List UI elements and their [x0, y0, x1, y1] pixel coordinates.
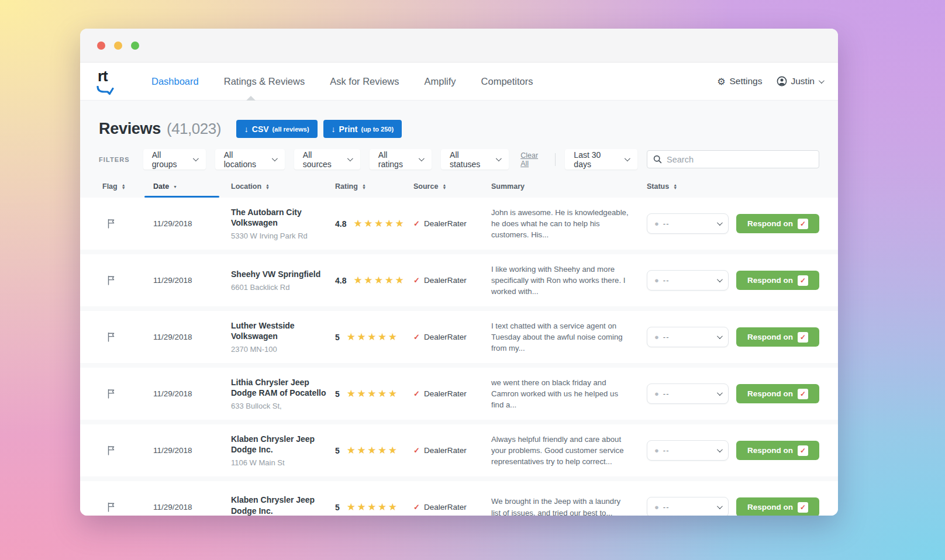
search-input[interactable]: [667, 155, 813, 164]
status-dropdown[interactable]: ● --: [647, 270, 729, 291]
user-menu[interactable]: Justin: [777, 76, 823, 87]
status-dot-icon: ●: [654, 220, 659, 227]
location-name[interactable]: Sheehy VW Springfield: [231, 269, 327, 279]
source-name: DealerRater: [424, 503, 467, 511]
status-dropdown[interactable]: ● --: [647, 440, 729, 461]
filter-all-locations[interactable]: All locations: [215, 149, 285, 170]
window-titlebar: [80, 29, 838, 63]
column-header-rating[interactable]: Rating ▲▼: [327, 177, 404, 196]
filter-all-ratings[interactable]: All ratings: [370, 149, 432, 170]
csv-button-sublabel: (all reviews): [273, 126, 309, 133]
flag-cell: [99, 502, 144, 512]
sort-desc-icon: ▼: [173, 185, 177, 188]
flag-cell: [99, 219, 144, 229]
star-rating-icons: ★★★★★: [347, 331, 399, 343]
logo-text: rt: [98, 67, 108, 85]
flag-icon: [106, 275, 116, 285]
location-address: 2370 MN-100: [231, 345, 327, 354]
flag-icon: [106, 219, 116, 229]
respond-button[interactable]: Respond on ✓: [736, 384, 819, 403]
respond-button[interactable]: Respond on ✓: [736, 271, 819, 290]
settings-label: Settings: [729, 76, 762, 87]
rating-cell: 5 ★★★★★: [327, 444, 404, 457]
column-header-flag[interactable]: Flag ▲▼: [99, 177, 144, 196]
status-dot-icon: ●: [654, 447, 659, 454]
csv-button-label: CSV: [252, 125, 269, 134]
logo-swoosh-icon: [96, 86, 116, 95]
source-name: DealerRater: [424, 446, 467, 455]
rating-cell: 5 ★★★★★: [327, 331, 404, 343]
flag-cell: [99, 332, 144, 342]
review-summary[interactable]: John is awesome. He is knowledgeable, he…: [479, 207, 637, 240]
rating-value: 5: [335, 389, 340, 399]
flag-button[interactable]: [106, 389, 116, 399]
nav-item-amplify[interactable]: Amplify: [425, 76, 456, 87]
flag-button[interactable]: [106, 219, 116, 229]
location-name[interactable]: Luther Westside Volkswagen: [231, 320, 327, 341]
desktop-background: rt Dashboard Ratings & Reviews Ask for R…: [0, 0, 945, 560]
status-dropdown[interactable]: ● --: [647, 213, 729, 234]
nav-item-ratings-reviews[interactable]: Ratings & Reviews: [224, 76, 305, 87]
status-dropdown[interactable]: ● --: [647, 497, 729, 516]
filter-label: All ratings: [378, 150, 413, 169]
location-name[interactable]: Klaben Chrysler Jeep Dodge Inc.: [231, 434, 327, 455]
respond-button[interactable]: Respond on ✓: [736, 441, 819, 460]
filter-all-sources[interactable]: All sources: [294, 149, 360, 170]
status-dropdown[interactable]: ● --: [647, 327, 729, 347]
location-name[interactable]: The Autobarn City Volkswagen: [231, 207, 327, 228]
close-window-button[interactable]: [97, 42, 105, 50]
location-name[interactable]: Klaben Chrysler Jeep Dodge Inc.: [231, 495, 327, 516]
table-row: 11/29/2018 Lithia Chrysler Jeep Dodge RA…: [80, 368, 838, 420]
location-address: 6601 Backlick Rd: [231, 283, 327, 292]
settings-button[interactable]: ⚙ Settings: [717, 76, 762, 87]
column-header-location[interactable]: Location ▲▼: [220, 177, 327, 196]
review-summary[interactable]: I text chatted with a service agent on T…: [479, 320, 637, 354]
csv-export-button[interactable]: ↓ CSV (all reviews): [236, 120, 318, 138]
date-range-dropdown[interactable]: Last 30 days: [565, 149, 637, 170]
location-name[interactable]: Lithia Chrysler Jeep Dodge RAM of Pocate…: [231, 377, 327, 398]
filter-all-groups[interactable]: All groups: [143, 149, 206, 170]
source-cell: ✓ DealerRater: [404, 219, 479, 228]
source-name: DealerRater: [424, 389, 467, 398]
source-cell: ✓ DealerRater: [404, 503, 479, 511]
column-header-date[interactable]: Date ▼: [144, 177, 220, 196]
review-summary[interactable]: Always helpful friendly and care about y…: [479, 434, 637, 467]
print-button[interactable]: ↓ Print (up to 250): [323, 120, 402, 138]
star-rating-icons: ★★★★★: [353, 217, 405, 230]
location-address: 5330 W Irving Park Rd: [231, 231, 327, 240]
flag-button[interactable]: [106, 502, 116, 512]
app-window: rt Dashboard Ratings & Reviews Ask for R…: [80, 29, 838, 516]
flag-button[interactable]: [106, 332, 116, 342]
chevron-down-icon: [193, 155, 199, 161]
filter-label: All statuses: [450, 150, 490, 169]
nav-item-ask-for-reviews[interactable]: Ask for Reviews: [330, 76, 399, 87]
nav-item-dashboard[interactable]: Dashboard: [151, 76, 199, 87]
column-header-status[interactable]: Status ▲▼: [637, 177, 736, 196]
dealerrater-badge-icon: ✓: [798, 502, 808, 513]
status-dropdown[interactable]: ● --: [647, 383, 729, 404]
minimize-window-button[interactable]: [114, 42, 122, 50]
clear-all-filters-link[interactable]: Clear All: [520, 151, 547, 168]
top-navbar: rt Dashboard Ratings & Reviews Ask for R…: [80, 63, 838, 101]
chevron-down-icon: [347, 155, 353, 161]
respond-button[interactable]: Respond on ✓: [736, 497, 819, 516]
table-header: Flag ▲▼ Date ▼ Location ▲▼ Rating ▲▼: [99, 177, 819, 196]
respond-button[interactable]: Respond on ✓: [736, 327, 819, 347]
filter-all-statuses[interactable]: All statuses: [441, 149, 509, 170]
review-summary[interactable]: We brought in the Jeep with a laundry li…: [479, 496, 637, 516]
status-value: --: [663, 276, 670, 285]
review-summary[interactable]: we went there on black friday and Camron…: [479, 377, 637, 410]
reviewtrackers-logo[interactable]: rt: [96, 68, 123, 94]
respond-button[interactable]: Respond on ✓: [736, 214, 819, 233]
flag-cell: [99, 275, 144, 285]
nav-item-competitors[interactable]: Competitors: [481, 76, 533, 87]
respond-cell: Respond on ✓: [736, 497, 819, 516]
column-header-source[interactable]: Source ▲▼: [404, 177, 479, 196]
chevron-down-icon: [717, 333, 723, 339]
zoom-window-button[interactable]: [131, 42, 139, 50]
flag-button[interactable]: [106, 445, 116, 455]
column-header-summary: Summary: [479, 177, 637, 196]
respond-label: Respond on: [747, 219, 793, 228]
flag-button[interactable]: [106, 275, 116, 285]
review-summary[interactable]: I like working with Sheehy and more spec…: [479, 264, 637, 297]
